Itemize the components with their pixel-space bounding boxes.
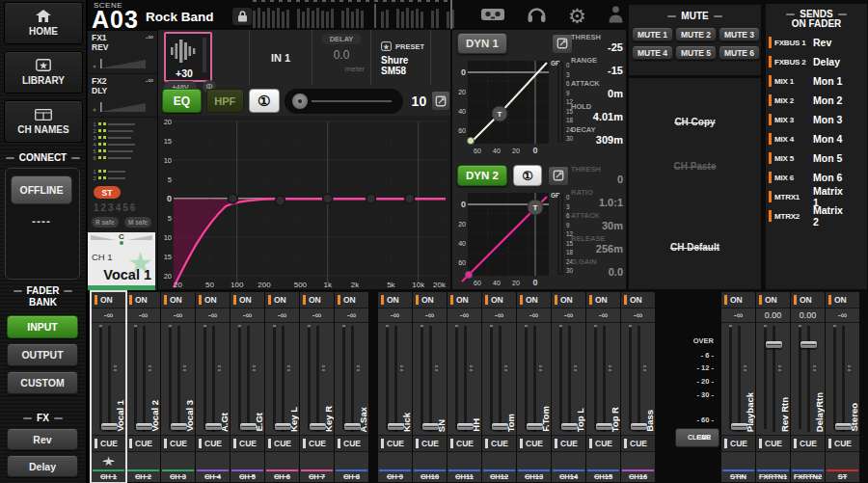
on-button[interactable]: ON — [791, 292, 825, 309]
on-button[interactable]: ON — [413, 292, 447, 309]
cue-button[interactable]: CUE — [482, 436, 516, 452]
master-strip-fxrtn1[interactable]: ON 0.00 Rev Rtn CUE FXRTN1 — [756, 292, 790, 482]
fader-zone[interactable]: Vocal 1 — [92, 323, 125, 436]
fader-zone[interactable]: Vocal 2 — [126, 323, 160, 436]
master-strip-stin[interactable]: ON -∞ Playback CUE STIN — [721, 292, 755, 482]
fader-track[interactable] — [143, 326, 146, 432]
fader-cap[interactable] — [766, 341, 782, 348]
channel-strip-ch-3[interactable]: ON -∞ Vocal 3 CUE CH 3 — [161, 292, 195, 482]
fader-bank-output-button[interactable]: OUTPUT — [7, 343, 78, 366]
fader-track[interactable] — [603, 326, 606, 432]
fader-track[interactable] — [351, 326, 354, 432]
matrix-send-indicators[interactable]: 12 — [88, 168, 125, 181]
dyn1-edit-button[interactable] — [552, 34, 573, 54]
sends-row-mtrx2[interactable]: MTRX2Matrix 2 — [766, 206, 867, 226]
channel-strip-ch-8[interactable]: ON -∞ A.Sax CUE CH 8 — [335, 292, 368, 482]
settings-gear-icon[interactable]: ⚙ — [568, 6, 586, 26]
fader-track[interactable] — [738, 326, 741, 432]
on-button[interactable]: ON — [126, 292, 160, 309]
cue-button[interactable]: CUE — [621, 436, 655, 452]
fader-zone[interactable]: A.Sax — [335, 323, 368, 436]
dyn-param-thresh[interactable]: THRESH-25 — [571, 33, 623, 53]
on-button[interactable]: ON — [161, 292, 195, 309]
cue-button[interactable]: CUE — [756, 436, 790, 452]
mute-1-button[interactable]: MUTE 1 — [632, 27, 673, 41]
cue-button[interactable]: CUE — [826, 436, 859, 452]
on-button[interactable]: ON — [378, 292, 412, 309]
fx2-send[interactable]: FX2DLY -∞ — [88, 74, 157, 118]
channel-strip-ch-5[interactable]: ON -∞ E.Gt CUE CH 5 — [231, 292, 264, 482]
home-button[interactable]: HOME — [4, 2, 83, 44]
on-button[interactable]: ON — [756, 292, 790, 309]
on-button[interactable]: ON — [231, 292, 264, 309]
user-icon[interactable] — [608, 5, 624, 27]
cue-button[interactable]: CUE — [517, 436, 551, 452]
sends-row-mix-6[interactable]: MIX 6Mon 6 — [766, 168, 867, 187]
eq-band-point[interactable] — [405, 194, 415, 203]
dyn-param-range[interactable]: RANGE-15 — [571, 56, 623, 76]
mute-2-button[interactable]: MUTE 2 — [675, 27, 717, 41]
fader-zone[interactable]: DelayRtn — [791, 323, 825, 436]
fader-zone[interactable]: Key R — [300, 323, 334, 436]
cue-button[interactable]: CUE — [791, 436, 825, 452]
dyn-param-decay[interactable]: DECAY309m — [571, 125, 623, 146]
ch-copy-button[interactable]: CH Copy — [629, 117, 761, 127]
sends-row-mix-3[interactable]: MIX 3Mon 3 — [766, 110, 867, 129]
fader-bank-custom-button[interactable]: CUSTOM — [7, 371, 78, 394]
on-button[interactable]: ON — [196, 292, 230, 309]
hpf-frequency-slider[interactable] — [285, 89, 403, 114]
preset-cell[interactable]: ★ PRESET Shure SM58 — [371, 30, 431, 85]
offline-button[interactable]: OFFLINE — [11, 175, 72, 204]
sends-row-mtrx1[interactable]: MTRX1Matrix 1 — [766, 187, 867, 206]
fader-track[interactable] — [316, 326, 319, 432]
fader-bank-input-button[interactable]: INPUT — [7, 315, 78, 338]
pan-control[interactable]: C — [88, 232, 155, 244]
fader-track[interactable] — [108, 326, 111, 432]
mute-4-button[interactable]: MUTE 4 — [632, 45, 673, 60]
cue-button[interactable]: CUE — [335, 436, 368, 452]
on-button[interactable]: ON — [721, 292, 755, 309]
ch-default-button[interactable]: CH Default — [629, 242, 761, 253]
fader-track[interactable] — [533, 326, 536, 432]
master-strip-fxrtn2[interactable]: ON 0.00 DelayRtn CUE FXRTN2 — [791, 292, 825, 482]
dyn2-button[interactable]: DYN 2 — [457, 165, 507, 186]
fader-zone[interactable]: Top R — [586, 323, 620, 436]
mute-3-button[interactable]: MUTE 3 — [719, 27, 760, 41]
channel-strip-ch-6[interactable]: ON -∞ Key L CUE CH 6 — [265, 292, 299, 482]
cue-button[interactable]: CUE — [413, 436, 447, 452]
channel-strip-ch-4[interactable]: ON -∞ A.Gt CUE CH 4 — [196, 292, 230, 482]
on-button[interactable]: ON — [826, 292, 859, 309]
sends-row-fxbus-1[interactable]: FXBUS 1Rev — [766, 33, 867, 52]
sends-row-mix-4[interactable]: MIX 4Mon 4 — [766, 129, 867, 148]
channel-strip-ch10[interactable]: ON -∞ SN CUE CH10 — [413, 292, 447, 482]
fader-track[interactable] — [637, 326, 640, 432]
scene-name[interactable]: Rock Band — [146, 10, 214, 24]
dyn2-band-1-button[interactable]: ① — [513, 165, 542, 186]
dyn-param-release[interactable]: RELEASE256m — [571, 234, 623, 255]
dyn2-edit-button[interactable] — [548, 166, 569, 186]
fader-zone[interactable]: Vocal 3 — [161, 323, 195, 436]
fader-zone[interactable]: Key L — [265, 323, 299, 436]
on-button[interactable]: ON — [335, 292, 368, 309]
fader-zone[interactable]: Tom — [482, 323, 516, 436]
fader-track[interactable] — [568, 326, 571, 432]
channel-strip-ch16[interactable]: ON -∞ Bass CUE CH16 — [621, 292, 655, 482]
sends-row-fxbus-2[interactable]: FXBUS 2Delay — [766, 52, 867, 71]
cue-button[interactable]: CUE — [448, 436, 481, 452]
cue-button[interactable]: CUE — [378, 436, 412, 452]
fader-track[interactable] — [773, 326, 775, 432]
fader-track[interactable] — [464, 326, 467, 432]
slider-knob[interactable] — [292, 94, 308, 109]
cue-button[interactable]: CUE — [231, 436, 264, 452]
dyn-param-ratio[interactable]: RATIO1.0:1 — [571, 188, 623, 208]
mute-6-button[interactable]: MUTE 6 — [719, 45, 760, 60]
fader-zone[interactable]: SN — [413, 323, 447, 436]
on-button[interactable]: ON — [448, 292, 481, 309]
fader-zone[interactable]: E.Gt — [231, 323, 264, 436]
delay-cell[interactable]: DELAY 0.0 meter — [312, 30, 371, 85]
clear-cue-button[interactable]: CLEARCUE — [675, 428, 719, 447]
fader-track[interactable] — [807, 326, 810, 432]
on-button[interactable]: ON — [92, 292, 125, 309]
on-button[interactable]: ON — [300, 292, 334, 309]
dyn2-graph[interactable]: T02040606040200GR03691215182430 — [454, 189, 582, 289]
